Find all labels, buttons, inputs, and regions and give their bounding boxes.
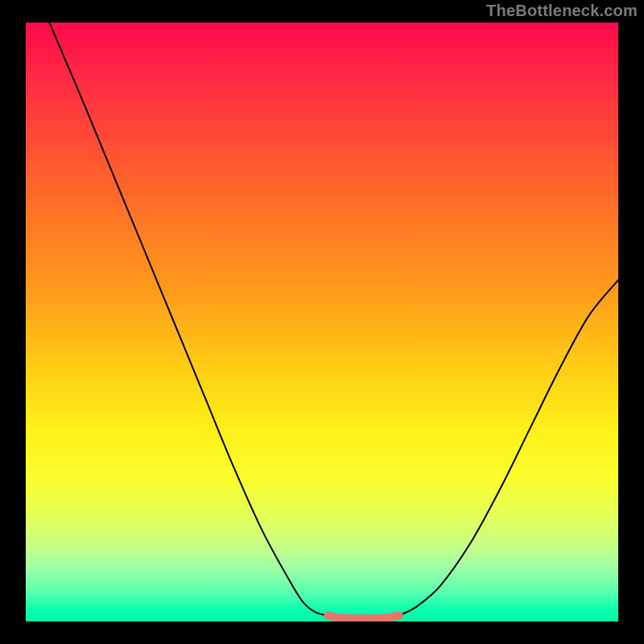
optimal-band-highlight [328,616,398,619]
watermark-text: TheBottleneck.com [486,2,638,20]
plot-area [26,23,618,621]
bottleneck-curve [49,23,618,618]
curve-layer [26,23,618,621]
chart-frame: TheBottleneck.com [0,0,644,644]
